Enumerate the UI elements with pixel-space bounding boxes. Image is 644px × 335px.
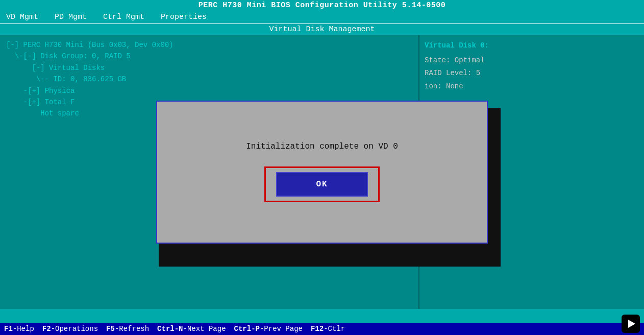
ok-button[interactable]: OK (276, 172, 368, 197)
menu-bar: VD Mgmt PD Mgmt Ctrl Mgmt Properties (0, 11, 644, 23)
key-ctrl-n: Ctrl-N-Next Page (157, 325, 226, 333)
key-f5: F5-Refresh (106, 325, 149, 333)
youtube-icon[interactable] (622, 315, 640, 333)
ok-button-container: OK (264, 166, 380, 202)
title-text: PERC H730 Mini BIOS Configuration Utilit… (199, 1, 446, 10)
menu-item-properties[interactable]: Properties (153, 12, 215, 22)
dialog-overlay: Initialization complete on VD 0 OK (0, 35, 644, 309)
key-f12: F12-Ctlr (311, 325, 345, 333)
key-f1: F1-Help (4, 325, 34, 333)
play-triangle-icon (628, 320, 635, 328)
menu-item-pd-mgmt[interactable]: PD Mgmt (46, 12, 95, 22)
dialog-box: Initialization complete on VD 0 OK (156, 101, 488, 244)
section-title: Virtual Disk Management (0, 23, 644, 35)
menu-item-ctrl-mgmt[interactable]: Ctrl Mgmt (95, 12, 153, 22)
title-bar: PERC H730 Mini BIOS Configuration Utilit… (0, 0, 644, 11)
key-ctrl-p: Ctrl-P-Prev Page (234, 325, 303, 333)
menu-item-vd-mgmt[interactable]: VD Mgmt (4, 12, 46, 22)
bottom-bar: F1-Help F2-Operations F5-Refresh Ctrl-N-… (0, 323, 644, 335)
dialog-message: Initialization complete on VD 0 (246, 142, 398, 151)
key-f2: F2-Operations (42, 325, 98, 333)
main-content: [-] PERC H730 Mini (Bus 0x03, Dev 0x00) … (0, 35, 644, 309)
